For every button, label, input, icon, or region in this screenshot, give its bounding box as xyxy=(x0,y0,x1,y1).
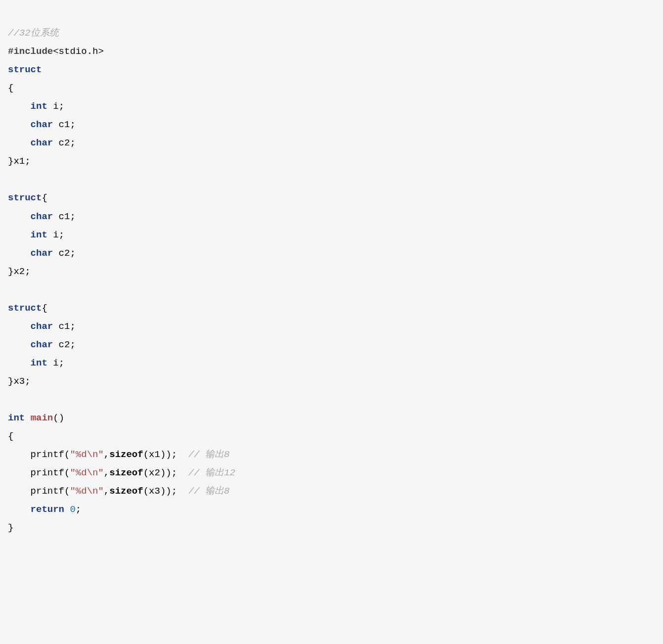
code-line: }x3; xyxy=(8,376,31,387)
printf-call: printf( xyxy=(31,449,70,460)
printf-call: printf( xyxy=(31,467,70,478)
var-decl: c2; xyxy=(53,339,76,350)
code-line: char c2; xyxy=(8,248,76,259)
code-line: }x2; xyxy=(8,266,31,277)
sizeof-arg: (x2)); xyxy=(143,467,188,478)
keyword-char: char xyxy=(31,248,53,259)
code-line: struct{ xyxy=(8,303,47,314)
keyword-int: int xyxy=(8,413,25,423)
comma: , xyxy=(104,486,109,497)
brace-open: { xyxy=(8,83,13,93)
var-decl: c2; xyxy=(53,248,76,259)
struct-close: }x1; xyxy=(8,156,31,167)
keyword-return: return xyxy=(31,504,64,515)
indent xyxy=(8,230,31,240)
indent xyxy=(8,504,31,515)
blank-line xyxy=(8,174,13,185)
keyword-char: char xyxy=(31,211,53,222)
comment: // 输出8 xyxy=(188,449,230,460)
code-line: int main() xyxy=(8,413,64,423)
sizeof-arg: (x3)); xyxy=(143,486,188,497)
comment: //32位系统 xyxy=(8,28,59,39)
brace-open: { xyxy=(42,192,47,203)
indent xyxy=(8,101,31,112)
struct-close: }x2; xyxy=(8,266,31,277)
brace-close: } xyxy=(8,522,13,533)
number-literal: 0 xyxy=(70,504,75,515)
brace-open: { xyxy=(42,303,47,314)
keyword-char: char xyxy=(31,321,53,332)
code-line: printf("%d\n",sizeof(x1)); // 输出8 xyxy=(8,449,230,460)
indent xyxy=(8,321,31,332)
code-line: printf("%d\n",sizeof(x3)); // 输出8 xyxy=(8,486,230,497)
printf-call: printf( xyxy=(31,486,70,497)
code-line: { xyxy=(8,83,13,93)
string-literal: "%d\n" xyxy=(70,467,103,478)
string-literal: "%d\n" xyxy=(70,449,103,460)
indent xyxy=(8,339,31,350)
sizeof: sizeof xyxy=(109,449,143,460)
code-line: #include<stdio.h> xyxy=(8,46,104,57)
code-line: return 0; xyxy=(8,504,81,515)
code-line: }x1; xyxy=(8,156,31,167)
var-decl: c2; xyxy=(53,138,76,148)
sizeof: sizeof xyxy=(109,467,143,478)
keyword-char: char xyxy=(31,119,53,130)
keyword-struct: struct xyxy=(8,64,42,75)
code-line: printf("%d\n",sizeof(x2)); // 输出12 xyxy=(8,467,235,478)
sizeof: sizeof xyxy=(109,486,143,497)
indent xyxy=(8,358,31,368)
parens: () xyxy=(53,413,64,423)
indent xyxy=(8,486,31,497)
code-line: int i; xyxy=(8,230,64,240)
sizeof-arg: (x1)); xyxy=(143,449,188,460)
func-main: main xyxy=(31,413,53,423)
keyword-int: int xyxy=(31,230,47,240)
var-decl: i; xyxy=(47,358,64,368)
comma: , xyxy=(104,467,109,478)
code-line: struct xyxy=(8,64,42,75)
code-line: char c2; xyxy=(8,339,76,350)
indent xyxy=(8,119,31,130)
var-decl: c1; xyxy=(53,119,76,130)
keyword-char: char xyxy=(31,138,53,148)
code-line: } xyxy=(8,522,13,533)
keyword-struct: struct xyxy=(8,192,42,203)
code-line: { xyxy=(8,431,13,442)
keyword-int: int xyxy=(31,358,47,368)
code-line: char c1; xyxy=(8,211,76,222)
indent xyxy=(8,138,31,148)
var-decl: i; xyxy=(47,230,64,240)
keyword-char: char xyxy=(31,339,53,350)
comment: // 输出8 xyxy=(188,486,230,497)
code-line: int i; xyxy=(8,358,64,368)
struct-close: }x3; xyxy=(8,376,31,387)
semicolon: ; xyxy=(76,504,81,515)
code-line: char c1; xyxy=(8,321,76,332)
code-line: struct{ xyxy=(8,192,47,203)
blank-line xyxy=(8,284,13,295)
code-line: char c2; xyxy=(8,138,76,148)
var-decl: c1; xyxy=(53,211,76,222)
keyword-int: int xyxy=(31,101,47,112)
indent xyxy=(8,211,31,222)
blank-line xyxy=(8,394,13,405)
code-block: //32位系统 #include<stdio.h> struct { int i… xyxy=(8,6,655,537)
code-line: int i; xyxy=(8,101,64,112)
comment: // 输出12 xyxy=(188,467,235,478)
var-decl: c1; xyxy=(53,321,76,332)
brace-open: { xyxy=(8,431,13,442)
preproc-directive: #include xyxy=(8,46,53,57)
indent xyxy=(8,467,31,478)
code-line: char c1; xyxy=(8,119,76,130)
var-decl: i; xyxy=(47,101,64,112)
code-line: //32位系统 xyxy=(8,28,59,39)
indent xyxy=(8,449,31,460)
comma: , xyxy=(104,449,109,460)
string-literal: "%d\n" xyxy=(70,486,103,497)
indent xyxy=(8,248,31,259)
include-header: <stdio.h> xyxy=(53,46,104,57)
keyword-struct: struct xyxy=(8,303,42,314)
